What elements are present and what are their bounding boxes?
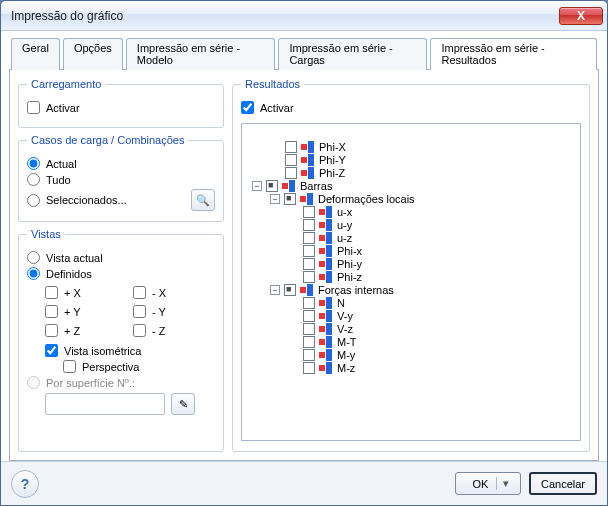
tree-node-n[interactable]: N [288,297,574,309]
view-current-row[interactable]: Vista actual [27,251,215,264]
case-selected-radio[interactable] [27,194,40,207]
tree-node-vz[interactable]: V-z [288,323,574,335]
dir-nx-checkbox[interactable] [133,286,146,299]
view-current-radio[interactable] [27,251,40,264]
content-area: Geral Opções Impressão em série - Modelo… [1,31,607,461]
dir-nx-row[interactable]: - X [133,286,215,299]
tree-label: u-y [337,219,352,231]
dir-pz-checkbox[interactable] [45,324,58,337]
perspective-label: Perspectiva [82,361,139,373]
case-all-radio[interactable] [27,173,40,186]
tab-serie-modelo[interactable]: Impressão em série - Modelo [126,38,276,70]
chevron-down-icon[interactable]: ▾ [496,477,509,490]
dir-py-label: + Y [64,306,81,318]
iso-checkbox[interactable] [45,344,58,357]
dir-px-checkbox[interactable] [45,286,58,299]
activate-right-checkbox[interactable] [241,101,254,114]
tab-serie-resultados[interactable]: Impressão em série - Resultados [430,38,597,70]
tree-node-phiz-l[interactable]: Phi-z [288,271,574,283]
tree-label: Phi-y [337,258,362,270]
activate-left-row[interactable]: Activar [27,101,215,114]
tree-label: M-T [337,336,357,348]
tree-node-uy[interactable]: u-y [288,219,574,231]
tree-node-mt[interactable]: M-T [288,336,574,348]
case-all-row[interactable]: Tudo [27,173,215,186]
by-surface-radio[interactable] [27,376,40,389]
cancel-button[interactable]: Cancelar [529,472,597,495]
result-icon [319,362,333,374]
tree-node-phiy-l[interactable]: Phi-y [288,258,574,270]
surface-number-input[interactable] [45,393,165,415]
case-selected-browse-button[interactable]: 🔍 [191,189,215,211]
iso-row[interactable]: Vista isométrica [27,344,215,357]
tab-opcoes[interactable]: Opções [63,38,123,70]
perspective-row[interactable]: Perspectiva [27,360,215,373]
group-loading-legend: Carregamento [27,78,105,90]
case-selected-row[interactable]: Seleccionados... [27,194,185,207]
dir-ny-checkbox[interactable] [133,305,146,318]
tree-node-my[interactable]: M-y [288,349,574,361]
view-defined-radio[interactable] [27,267,40,280]
tree-node-vy[interactable]: V-y [288,310,574,322]
case-actual-radio[interactable] [27,157,40,170]
dir-ny-label: - Y [152,306,166,318]
view-defined-label: Definidos [46,268,92,280]
result-icon [301,167,315,179]
group-icon [300,193,314,205]
tree-node-phix[interactable]: Phi-X [270,141,574,153]
close-icon: X [577,9,585,23]
group-results-legend: Resultados [241,78,304,90]
tab-serie-cargas[interactable]: Impressão em série - Cargas [278,38,427,70]
help-button[interactable]: ? [11,470,39,498]
surface-pick-button[interactable]: ✎ [171,393,195,415]
view-defined-row[interactable]: Definidos [27,267,215,280]
dir-ny-row[interactable]: - Y [133,305,215,318]
tree-node-barras[interactable]: −Barras [252,180,574,192]
close-button[interactable]: X [559,7,603,25]
activate-left-checkbox[interactable] [27,101,40,114]
tree-node-mz[interactable]: M-z [288,362,574,374]
group-cases-legend: Casos de carga / Combinações [27,134,188,146]
tree-label: N [337,297,345,309]
tabstrip: Geral Opções Impressão em série - Modelo… [9,37,599,69]
result-icon [319,323,333,335]
dir-pz-row[interactable]: + Z [45,324,127,337]
dir-nz-checkbox[interactable] [133,324,146,337]
dir-px-row[interactable]: + X [45,286,127,299]
ok-label: OK [473,478,489,490]
collapse-icon[interactable]: − [252,181,262,191]
dir-px-label: + X [64,287,81,299]
by-surface-row[interactable]: Por superfície Nº.: [27,376,215,389]
group-results: Resultados Activar Phi-X Phi-Y [232,78,590,452]
tree-node-forces[interactable]: −Forças internas [270,284,574,296]
tree-node-uz[interactable]: u-z [288,232,574,244]
result-icon [319,349,333,361]
result-icon [319,219,333,231]
result-icon [301,141,315,153]
tree-label: M-y [337,349,355,361]
activate-right-row[interactable]: Activar [241,101,581,114]
case-actual-row[interactable]: Actual [27,157,215,170]
tab-geral[interactable]: Geral [11,38,60,70]
tree-node-phiz[interactable]: Phi-Z [270,167,574,179]
ok-button[interactable]: OK ▾ [455,472,521,495]
collapse-icon[interactable]: − [270,285,280,295]
perspective-checkbox[interactable] [63,360,76,373]
result-icon [319,297,333,309]
dir-py-checkbox[interactable] [45,305,58,318]
cancel-label: Cancelar [541,478,585,490]
tree-node-phix-l[interactable]: Phi-x [288,245,574,257]
results-tree[interactable]: Phi-X Phi-Y Phi-Z −Barras − [242,124,580,440]
tree-node-ux[interactable]: u-x [288,206,574,218]
collapse-icon[interactable]: − [270,194,280,204]
tree-label: Deformações locais [318,193,415,205]
tree-node-phiy[interactable]: Phi-Y [270,154,574,166]
tree-node-def-local[interactable]: −Deformações locais [270,193,574,205]
search-icon: 🔍 [196,194,210,207]
by-surface-label: Por superfície Nº.: [46,377,135,389]
tree-label: u-x [337,206,352,218]
activate-left-label: Activar [46,102,80,114]
dir-py-row[interactable]: + Y [45,305,127,318]
result-icon [319,271,333,283]
dir-nz-row[interactable]: - Z [133,324,215,337]
